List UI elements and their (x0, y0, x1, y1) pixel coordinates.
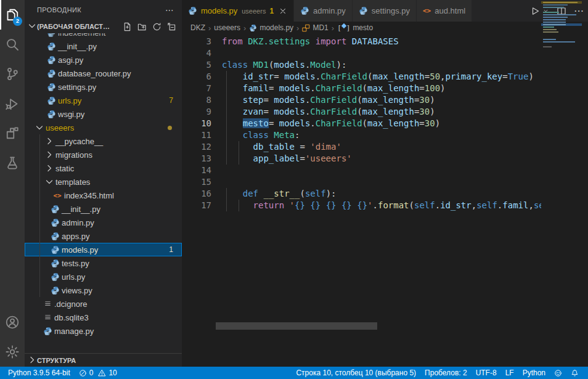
tree-item-templates[interactable]: templates (25, 175, 182, 189)
breadcrumb-item-mesto[interactable]: []mesto (337, 23, 373, 32)
breadcrumb-label: useeers (214, 23, 240, 32)
status-indentation[interactable]: Пробелов: 2 (420, 367, 472, 379)
tree-item-asgi-py[interactable]: asgi.py (25, 53, 182, 67)
status-label: LF (505, 369, 514, 377)
tree-item-useeers[interactable]: useeers (25, 121, 182, 134)
tree-item-wsgi-py[interactable]: wsgi.py (25, 107, 182, 121)
minimap-line (541, 17, 582, 18)
tab-admin-py[interactable]: admin.py (294, 0, 352, 22)
sidebar-title-row: ПРОВОДНИК ⋯ (25, 0, 182, 20)
code-text: def __str__(self): (222, 189, 336, 198)
activity-item-extensions[interactable] (0, 118, 25, 148)
status-eol[interactable]: LF (501, 367, 518, 379)
tab-label: models.py (201, 6, 237, 15)
status-feedback[interactable] (550, 367, 566, 379)
selected-text: mesto (243, 118, 269, 128)
minimap-line (541, 26, 582, 28)
status-python-interpreter[interactable]: Python 3.9.5 64-bit (4, 367, 75, 379)
workspace-section-header[interactable]: (РАБОЧАЯ ОБЛАСТЬ) ... (25, 20, 182, 33)
breadcrumb-separator: › (332, 23, 334, 33)
breadcrumb-separator: › (296, 23, 299, 33)
code-line-15: 15 (182, 176, 588, 188)
code-line-16: 16 def __str__(self): (182, 188, 588, 200)
minimap-bar (543, 17, 568, 18)
status-language-mode[interactable]: Python (518, 367, 550, 379)
breadcrumb-item-dkz[interactable]: DKZ (190, 23, 205, 32)
minimap[interactable] (541, 0, 582, 68)
tree-item-views-py[interactable]: views.py (25, 283, 182, 297)
tree-item-settings-py[interactable]: settings.py (25, 80, 182, 94)
problems-badge: 7 (169, 96, 173, 105)
outline-section-header[interactable]: СТРУКТУРА (25, 353, 182, 367)
activity-item-account[interactable] (0, 308, 25, 337)
python-icon (46, 55, 57, 65)
tree-item-label: __pycache__ (55, 137, 103, 146)
status-notifications[interactable] (566, 367, 583, 379)
line-number: 12 (182, 141, 211, 153)
tree-item-pycache[interactable]: __pycache__ (25, 134, 182, 148)
activity-item-testing[interactable] (0, 148, 25, 177)
chevron-right-icon (27, 355, 37, 366)
collapse-all-icon[interactable] (166, 21, 177, 32)
status-encoding[interactable]: UTF-8 (472, 367, 501, 379)
python-icon (46, 96, 57, 105)
breadcrumb-item-useeers[interactable]: useeers (214, 23, 240, 32)
tree-item-urls-py[interactable]: urls.py7 (25, 94, 182, 107)
status-label: Пробелов: 2 (425, 369, 467, 377)
indent-guide (39, 229, 40, 243)
tree-item-models-py[interactable]: models.py1 (25, 243, 182, 256)
close-icon[interactable] (279, 7, 287, 15)
explorer-more-actions-icon[interactable]: ⋯ (165, 5, 174, 15)
activity-item-source-control[interactable] (0, 59, 25, 89)
breadcrumb-item-models-py[interactable]: models.py (249, 23, 293, 32)
activity-item-settings[interactable] (0, 337, 25, 367)
minimap-line (541, 9, 582, 10)
breadcrumb: DKZ›useeers›models.py›MD1›[]mesto (182, 22, 588, 34)
new-file-icon[interactable] (121, 21, 133, 32)
new-folder-icon[interactable] (136, 21, 147, 32)
code-editor[interactable]: 3from DKZ.settings import DATABASES45cla… (182, 34, 588, 367)
breadcrumb-item-md1[interactable]: MD1 (302, 23, 328, 32)
tree-item-index345-html[interactable]: <>index345.html (25, 189, 182, 202)
activity-item-run-debug[interactable] (0, 89, 25, 118)
status-problems[interactable]: 010 (75, 367, 121, 379)
activity-item-search[interactable] (0, 30, 25, 59)
tree-item-migrations[interactable]: migrations (25, 148, 182, 161)
indent-guide (39, 270, 40, 283)
horizontal-scrollbar[interactable] (216, 322, 377, 330)
tree-item-indexelement[interactable]: indexelement (25, 33, 182, 39)
bell-icon (571, 369, 579, 377)
tree-item-dcignore[interactable]: .dcignore (25, 297, 182, 311)
refresh-icon[interactable] (151, 21, 162, 32)
tree-item-tests-py[interactable]: tests.py (25, 256, 182, 270)
breadcrumb-label: models.py (259, 23, 293, 32)
minimap-bar (543, 26, 554, 28)
tree-item-admin-py[interactable]: admin.py (25, 216, 182, 229)
minimap-bar (543, 39, 556, 40)
editor-action-run-python-file[interactable] (530, 6, 540, 16)
code-text: app_label='useeers' (222, 153, 352, 163)
code-line-12: 12 db_table = 'dima' (182, 141, 588, 153)
tree-item-database-roouter-py[interactable]: database_roouter.py (25, 67, 182, 80)
tab-aud-html[interactable]: <>aud.html (417, 0, 472, 22)
status-label: Python (523, 369, 545, 377)
status-cursor-position[interactable]: Строка 10, столбец 10 (выбрано 5) (292, 367, 420, 379)
tree-item-urls-py[interactable]: urls.py (25, 270, 182, 283)
indent-guide (39, 202, 40, 216)
tree-item-init-py[interactable]: __init__.py (25, 202, 182, 216)
python-icon (46, 33, 57, 38)
tree-item-apps-py[interactable]: apps.py (25, 229, 182, 243)
tree-item-db-sqlite3[interactable]: db.sqlite3 (25, 311, 182, 324)
activity-item-explorer[interactable]: 2 (0, 0, 25, 30)
tree-item-init-py[interactable]: __init__.py (25, 39, 182, 53)
tab-models-py[interactable]: models.pyuseeers1 (182, 0, 293, 22)
code-line-14: 14 (182, 165, 588, 176)
tree-item-static[interactable]: static (25, 161, 182, 175)
minimap-line (541, 22, 582, 23)
beaker-icon (5, 155, 20, 170)
file-icon (42, 300, 53, 309)
indent-guide (226, 71, 227, 83)
tab-settings-py[interactable]: settings.py (353, 0, 416, 22)
sidebar-title: ПРОВОДНИК (37, 6, 81, 14)
tree-item-manage-py[interactable]: manage.py (25, 324, 182, 338)
